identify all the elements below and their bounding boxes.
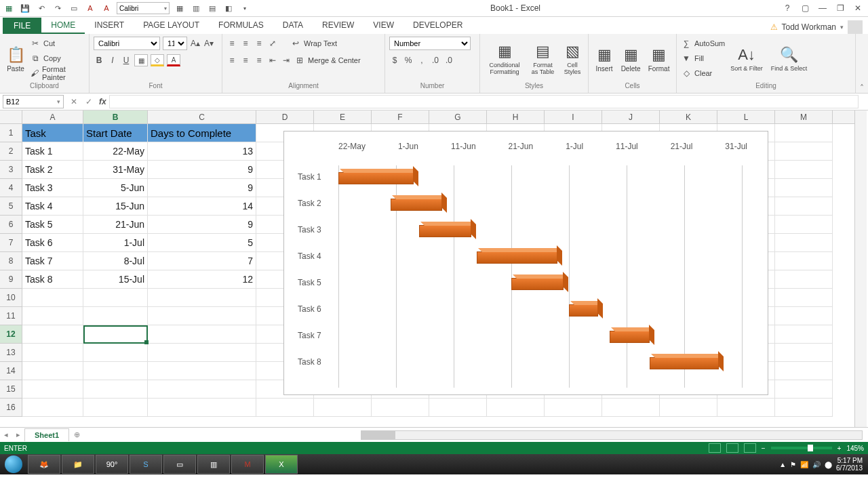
taskbar-app-mcafee[interactable]: M — [231, 455, 264, 474]
cell[interactable] — [22, 362, 83, 380]
column-header[interactable]: I — [545, 110, 602, 123]
copy-button[interactable]: ⧉Copy — [30, 51, 85, 66]
cell[interactable] — [83, 380, 148, 399]
cell[interactable] — [83, 307, 148, 325]
italic-icon[interactable]: I — [107, 55, 118, 66]
row-header[interactable]: 1 — [0, 124, 22, 142]
cell[interactable]: 12 — [148, 270, 256, 289]
column-header[interactable]: D — [256, 110, 314, 123]
user-avatar[interactable] — [848, 20, 863, 34]
gantt-bar[interactable] — [477, 251, 557, 264]
row-header[interactable]: 16 — [0, 399, 22, 417]
qat-icon-4[interactable]: ▦ — [174, 2, 186, 14]
format-as-table-button[interactable]: ▤Format as Table — [528, 36, 558, 82]
qat-icon-6[interactable]: ▤ — [206, 2, 218, 14]
cell[interactable]: Task 6 — [22, 234, 83, 252]
zoom-slider[interactable] — [771, 447, 832, 449]
enter-formula-icon[interactable]: ✓ — [81, 97, 96, 106]
taskbar-app-5[interactable]: ▭ — [163, 455, 196, 474]
restore-icon[interactable]: ❐ — [833, 2, 848, 14]
cell[interactable]: 21-Jun — [83, 216, 148, 234]
cell[interactable] — [775, 161, 833, 179]
fill-color-icon[interactable]: ◇ — [151, 54, 164, 66]
cell[interactable]: 9 — [148, 179, 256, 197]
ribbon-tab-view[interactable]: VIEW — [363, 18, 403, 34]
cell[interactable] — [148, 344, 256, 362]
cell[interactable]: 9 — [148, 216, 256, 234]
underline-icon[interactable]: U — [121, 55, 132, 66]
cell[interactable] — [148, 362, 256, 380]
cell[interactable]: Task 4 — [22, 197, 83, 216]
system-tray[interactable]: ▲ ⚑ 📶 🔊 ⬤ 5:17 PM 6/7/2013 — [779, 457, 868, 472]
cell[interactable] — [83, 399, 148, 417]
cell[interactable]: Task — [22, 124, 83, 142]
cell[interactable] — [775, 307, 833, 325]
cell[interactable]: Start Date — [83, 124, 148, 142]
column-header[interactable]: L — [717, 110, 775, 123]
fill-button[interactable]: ▼Fill — [681, 51, 725, 66]
formula-input[interactable] — [109, 95, 859, 108]
zoom-in-icon[interactable]: + — [837, 445, 842, 452]
ribbon-tab-insert[interactable]: INSERT — [85, 18, 134, 34]
column-header[interactable]: A — [22, 110, 83, 123]
cell[interactable]: 15-Jul — [83, 270, 148, 289]
border-icon[interactable]: ▦ — [134, 54, 148, 66]
cell[interactable]: 31-May — [83, 161, 148, 179]
cell[interactable] — [256, 399, 314, 417]
cell[interactable] — [372, 399, 429, 417]
cell[interactable] — [775, 289, 833, 307]
cell[interactable] — [775, 142, 833, 161]
cell[interactable] — [775, 179, 833, 197]
column-header[interactable]: E — [314, 110, 372, 123]
gantt-bar[interactable] — [419, 225, 471, 237]
wrap-text-button[interactable]: Wrap Text — [304, 39, 337, 47]
conditional-formatting-button[interactable]: ▦Conditional Formatting — [484, 36, 525, 82]
column-header[interactable]: F — [372, 110, 429, 123]
row-header[interactable]: 4 — [0, 179, 22, 197]
currency-icon[interactable]: $ — [389, 55, 400, 66]
qat-icon-2[interactable]: A — [84, 2, 96, 14]
shrink-font-icon[interactable]: A▾ — [203, 38, 214, 49]
row-header[interactable]: 10 — [0, 289, 22, 307]
qat-icon-5[interactable]: ▥ — [190, 2, 202, 14]
page-break-view-icon[interactable] — [744, 443, 756, 453]
ribbon-tab-home[interactable]: HOME — [41, 18, 85, 34]
indent-inc-icon[interactable]: ⇥ — [281, 55, 292, 66]
cell[interactable] — [775, 124, 833, 142]
orientation-icon[interactable]: ⤢ — [267, 38, 278, 49]
cell[interactable] — [775, 197, 833, 216]
help-icon[interactable]: ? — [780, 2, 795, 14]
cell[interactable]: 5 — [148, 234, 256, 252]
cut-button[interactable]: ✂Cut — [30, 36, 85, 51]
ribbon-options-icon[interactable]: ▢ — [797, 2, 812, 14]
bold-icon[interactable]: B — [94, 55, 104, 66]
row-header[interactable]: 5 — [0, 197, 22, 216]
ribbon-tab-page-layout[interactable]: PAGE LAYOUT — [134, 18, 209, 34]
cell[interactable] — [22, 289, 83, 307]
cell[interactable]: Task 3 — [22, 179, 83, 197]
cell[interactable]: 7 — [148, 252, 256, 270]
indent-dec-icon[interactable]: ⇤ — [267, 55, 278, 66]
cell[interactable] — [775, 270, 833, 289]
gantt-bar[interactable] — [610, 331, 650, 343]
taskbar-app-excel[interactable]: X — [265, 455, 298, 474]
cell[interactable] — [22, 344, 83, 362]
horizontal-scrollbar[interactable] — [90, 430, 863, 440]
cell[interactable]: 1-Jul — [83, 234, 148, 252]
cell[interactable] — [775, 362, 833, 380]
taskbar-app-weather[interactable]: 90° — [96, 455, 128, 474]
align-right-icon[interactable]: ≡ — [254, 55, 264, 66]
row-header[interactable]: 12 — [0, 325, 22, 344]
cancel-formula-icon[interactable]: ✕ — [66, 97, 81, 106]
align-top-icon[interactable]: ≡ — [226, 38, 237, 49]
cell[interactable] — [148, 325, 256, 344]
start-button[interactable] — [0, 454, 27, 474]
gantt-bar[interactable] — [338, 172, 414, 184]
dec-decimal-icon[interactable]: .0 — [443, 55, 454, 66]
tray-icon[interactable]: ⬤ — [825, 461, 832, 468]
cell[interactable] — [83, 325, 148, 344]
ribbon-tab-review[interactable]: REVIEW — [313, 18, 363, 34]
cell[interactable] — [148, 380, 256, 399]
tray-volume-icon[interactable]: 🔊 — [812, 461, 821, 468]
cell[interactable]: 9 — [148, 161, 256, 179]
